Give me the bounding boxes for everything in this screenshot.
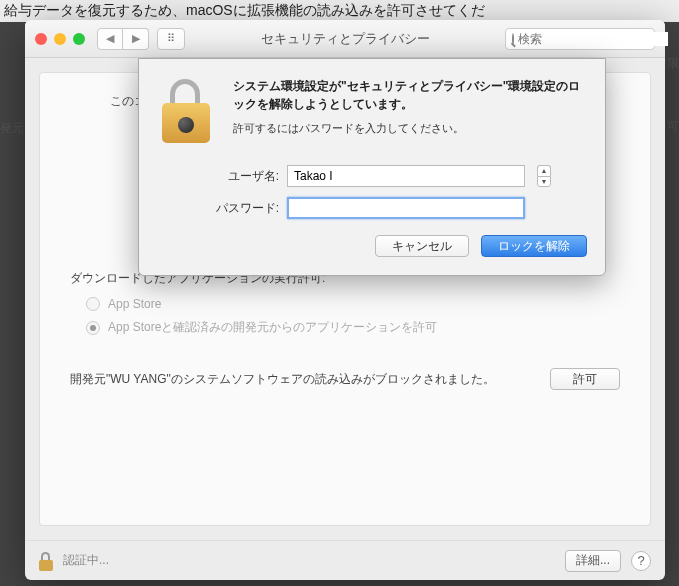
blocked-software-row: 開発元"WU YANG"のシステムソフトウェアの読み込みがブロックされました。 … — [70, 368, 620, 390]
window-title: セキュリティとプライバシー — [261, 30, 430, 48]
forward-button[interactable]: ▶ — [123, 28, 149, 50]
background-hint-text: 給与データを復元するため、macOSに拡張機能の読み込みを許可させてくだ — [0, 0, 679, 22]
radio-icon — [86, 321, 100, 335]
dialog-buttons: キャンセル ロックを解除 — [157, 235, 587, 257]
side-text-left: 発元 — [0, 120, 25, 137]
titlebar: ◀ ▶ ⠿ セキュリティとプライバシー — [25, 20, 665, 58]
show-all-button[interactable]: ⠿ — [157, 28, 185, 50]
minimize-window-icon[interactable] — [54, 33, 66, 45]
footer-right: 詳細... ? — [565, 550, 651, 572]
unlock-button[interactable]: ロックを解除 — [481, 235, 587, 257]
radio-icon — [86, 297, 100, 311]
blocked-text: 開発元"WU YANG"のシステムソフトウェアの読み込みがブロックされました。 — [70, 370, 550, 388]
username-label: ユーザ名: — [201, 168, 279, 185]
radio-identified: App Storeと確認済みの開発元からのアプリケーションを許可 — [86, 319, 620, 336]
radio-label: App Storeと確認済みの開発元からのアプリケーションを許可 — [108, 319, 437, 336]
step-up-icon[interactable]: ▲ — [537, 165, 551, 176]
username-row: ユーザ名: ▲ ▼ — [201, 165, 587, 187]
side-text-right: 許可 — [665, 118, 679, 135]
lock-icon[interactable] — [39, 551, 55, 571]
dialog-title: システム環境設定が"セキュリティとプライバシー"環境設定のロックを解除しようとし… — [233, 77, 587, 113]
auth-dialog: システム環境設定が"セキュリティとプライバシー"環境設定のロックを解除しようとし… — [138, 58, 606, 276]
password-input[interactable] — [287, 197, 525, 219]
lock-large-icon — [157, 77, 217, 147]
cancel-button[interactable]: キャンセル — [375, 235, 469, 257]
password-label: パスワード: — [201, 200, 279, 217]
zoom-window-icon[interactable] — [73, 33, 85, 45]
help-button[interactable]: ? — [631, 551, 651, 571]
search-icon — [512, 33, 514, 45]
auth-fields: ユーザ名: ▲ ▼ パスワード: — [201, 165, 587, 219]
radio-appstore: App Store — [86, 297, 620, 311]
user-stepper[interactable]: ▲ ▼ — [537, 165, 551, 187]
back-button[interactable]: ◀ — [97, 28, 123, 50]
username-input[interactable] — [287, 165, 525, 187]
close-window-icon[interactable] — [35, 33, 47, 45]
step-down-icon[interactable]: ▼ — [537, 176, 551, 188]
password-row: パスワード: — [201, 197, 587, 219]
side-text-right-top: 権限 — [665, 55, 679, 72]
radio-label: App Store — [108, 297, 161, 311]
preferences-window: ◀ ▶ ⠿ セキュリティとプライバシー このコ ダウンロードしたアプリケーション… — [25, 20, 665, 580]
dialog-subtitle: 許可するにはパスワードを入力してください。 — [233, 121, 587, 136]
dialog-header: システム環境設定が"セキュリティとプライバシー"環境設定のロックを解除しようとし… — [157, 77, 587, 147]
search-field[interactable] — [505, 28, 655, 50]
nav-buttons: ◀ ▶ — [97, 28, 149, 50]
search-input[interactable] — [518, 32, 668, 46]
dialog-text: システム環境設定が"セキュリティとプライバシー"環境設定のロックを解除しようとし… — [233, 77, 587, 147]
footer: 認証中... 詳細... ? — [25, 540, 665, 580]
traffic-lights — [35, 33, 85, 45]
details-button[interactable]: 詳細... — [565, 550, 621, 572]
allow-button[interactable]: 許可 — [550, 368, 620, 390]
footer-status: 認証中... — [63, 552, 109, 569]
